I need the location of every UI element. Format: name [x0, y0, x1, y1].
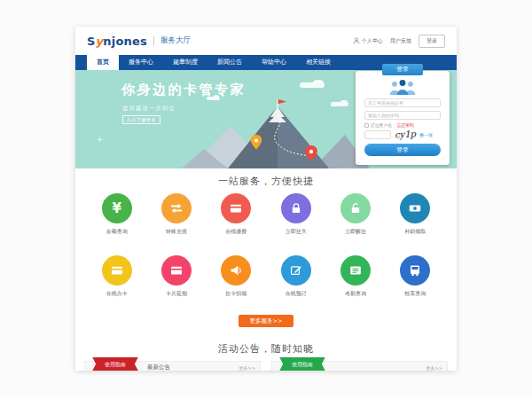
- unlock-icon: [340, 193, 371, 223]
- login-panel: 登录 记住用户名 | 忘记密码 cy1p 换一张 登录: [356, 71, 450, 165]
- panel-header: 使用指南 更多>>: [271, 361, 448, 371]
- options-divider: |: [394, 123, 395, 128]
- nav-item-help-center[interactable]: 帮助中心: [252, 55, 296, 70]
- card-icon: [161, 255, 192, 286]
- service-label: 在线预订: [286, 290, 307, 298]
- service-online-card-application[interactable]: 在线办卡: [87, 255, 146, 298]
- announcement-panels: 使用指南 最新公告 更多>> 使用指南 更多>>: [84, 361, 448, 371]
- nav-item-news[interactable]: 新闻公告: [207, 55, 252, 70]
- hero-subtitle: 提供建设一步到位: [122, 105, 176, 113]
- service-card-extension[interactable]: 卡片延期: [146, 255, 206, 298]
- login-options: 记住用户名 | 忘记密码: [364, 122, 441, 128]
- list-icon: [340, 255, 371, 286]
- lock-icon: [281, 193, 311, 223]
- nav-item-home[interactable]: 首页: [87, 55, 119, 70]
- service-label: 在线办卡: [106, 290, 128, 298]
- personal-center-link[interactable]: 个人中心: [353, 37, 383, 45]
- service-label: 校车查询: [404, 290, 426, 298]
- captcha-input[interactable]: [364, 130, 391, 139]
- guide-panel-right: 使用指南 更多>>: [271, 361, 448, 371]
- card-icon: [102, 255, 132, 286]
- edit-icon: [281, 255, 311, 286]
- banknote-icon: [400, 193, 430, 223]
- service-label: 卡片延期: [166, 290, 187, 298]
- service-label: 补助领取: [404, 228, 426, 236]
- username-input[interactable]: [364, 98, 441, 107]
- latest-announcements-tab[interactable]: 最新公告: [147, 364, 170, 371]
- captcha-row: cy1p 换一张: [364, 130, 441, 139]
- more-services-wrap: 更多服务>>: [75, 309, 457, 327]
- top-header: Synjones 服务大厅 个人中心 用户反馈 登录: [75, 27, 457, 55]
- login-tab[interactable]: 登录: [382, 64, 423, 75]
- transfer-arrows-icon: [161, 193, 192, 223]
- logo-text-suffix: njones: [103, 35, 147, 48]
- portal-page: Synjones 服务大厅 个人中心 用户反馈 登录 首页 服务中心 规章制度 …: [75, 27, 457, 371]
- nav-item-links[interactable]: 相关链接: [296, 55, 340, 70]
- synjones-logo: Synjones: [87, 35, 147, 48]
- user-feedback-link[interactable]: 用户反馈: [390, 37, 411, 45]
- personal-center-label: 个人中心: [362, 37, 383, 45]
- service-online-payment[interactable]: 在线缴费: [207, 193, 266, 236]
- captcha-image[interactable]: cy1p: [395, 129, 417, 139]
- bus-icon: [400, 255, 430, 286]
- service-unfreeze-card[interactable]: 立即解挂: [325, 193, 385, 236]
- login-submit-button[interactable]: 登录: [364, 144, 441, 156]
- header-login-button[interactable]: 登录: [419, 35, 445, 48]
- remember-checkbox[interactable]: [364, 123, 369, 128]
- cloud: [300, 82, 325, 88]
- nav-item-service-center[interactable]: 服务中心: [119, 55, 163, 70]
- guide-panel-left: 使用指南 最新公告 更多>>: [84, 361, 261, 371]
- more-link[interactable]: 更多>>: [239, 365, 255, 371]
- portal-name: 服务大厅: [160, 35, 191, 46]
- mountains-illustration: [182, 99, 370, 168]
- usage-guide-ribbon[interactable]: 使用指南: [92, 357, 138, 372]
- service-lost-card-claim[interactable]: 拾卡招领: [207, 255, 266, 298]
- plus-decoration: +: [97, 136, 103, 144]
- password-input[interactable]: [364, 111, 441, 120]
- service-label: 考勤查询: [345, 290, 366, 298]
- users-group-icon: [387, 79, 418, 95]
- remember-label: 记住用户名: [371, 122, 392, 128]
- service-balance-inquiry[interactable]: ¥ 余额查询: [87, 193, 146, 236]
- service-attendance-inquiry[interactable]: 考勤查询: [325, 255, 385, 298]
- more-services-button[interactable]: 更多服务>>: [239, 315, 293, 327]
- logo-text-prefix: S: [87, 35, 96, 48]
- nav-item-regulations[interactable]: 规章制度: [163, 55, 207, 70]
- person-icon: [353, 37, 360, 44]
- hero-title: 你身边的卡管专家: [121, 82, 246, 98]
- service-label: 立即挂失: [286, 228, 307, 236]
- card-icon: [221, 193, 251, 223]
- service-online-booking[interactable]: 在线预订: [266, 255, 325, 298]
- yuan-icon: ¥: [102, 193, 132, 223]
- header-links: 个人中心 用户反馈 登录: [353, 35, 445, 48]
- forgot-password-link[interactable]: 忘记密码: [397, 122, 414, 128]
- service-subsidy-collection[interactable]: 补助领取: [386, 193, 445, 236]
- logo-divider: [153, 36, 154, 46]
- user-feedback-label: 用户反馈: [390, 37, 411, 45]
- panel-header: 使用指南 最新公告 更多>>: [84, 361, 261, 371]
- service-report-loss[interactable]: 立即挂失: [266, 193, 325, 236]
- cloud: [207, 97, 220, 100]
- service-label: 转账充值: [166, 228, 187, 236]
- service-label: 余额查询: [106, 228, 128, 236]
- announcements-section-title: 活动公告，随时知晓: [75, 342, 457, 356]
- service-label: 拾卡招领: [225, 290, 246, 298]
- cloud: [331, 102, 348, 106]
- captcha-refresh-link[interactable]: 换一张: [419, 132, 433, 137]
- yuan-glyph: ¥: [112, 202, 121, 215]
- service-label: 立即解挂: [345, 228, 366, 236]
- hero-cta-button[interactable]: 点击了解更多: [122, 115, 160, 124]
- megaphone-icon: [221, 255, 251, 286]
- service-label: 在线缴费: [225, 228, 246, 236]
- more-link[interactable]: 更多>>: [426, 365, 442, 371]
- logo-bolt-icon: y: [96, 35, 104, 48]
- service-transfer-recharge[interactable]: 转账充值: [146, 193, 206, 236]
- services-section-title: 一站服务，方便快捷: [75, 175, 457, 188]
- services-grid: ¥ 余额查询 转账充值 在线缴费 立即挂失 立即解挂: [87, 193, 445, 298]
- usage-guide-ribbon[interactable]: 使用指南: [279, 357, 325, 372]
- service-school-bus-inquiry[interactable]: 校车查询: [386, 255, 445, 298]
